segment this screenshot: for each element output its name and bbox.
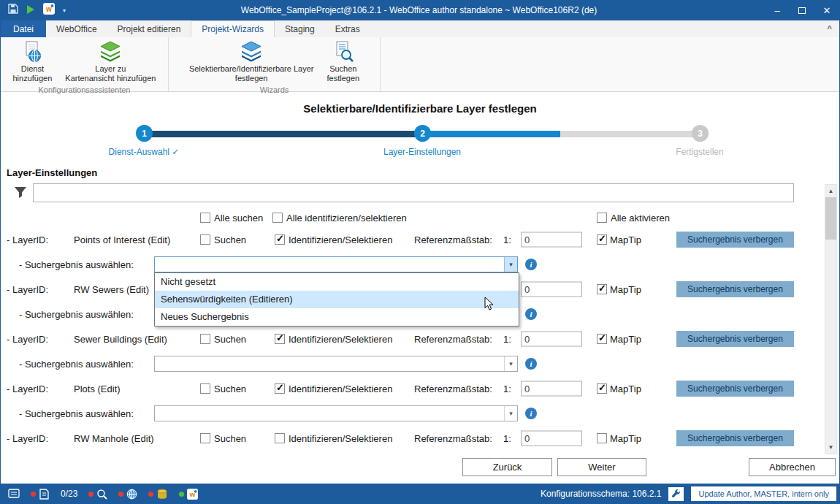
status-counter: 0/23 <box>61 489 77 499</box>
layer-zu-kartenansicht-button[interactable]: Layer zu Kartenansicht hinzufügen <box>60 39 161 85</box>
tab-staging[interactable]: Staging <box>275 20 325 37</box>
log-panel-icon[interactable] <box>8 488 20 500</box>
zurueck-button[interactable]: Zurück <box>462 458 552 476</box>
abbrechen-button[interactable]: Abbrechen <box>749 458 836 476</box>
alle-suchen-checkbox[interactable] <box>200 213 210 223</box>
ratio-label: 1: <box>503 234 511 245</box>
referenzmassstab-input[interactable] <box>521 431 582 446</box>
ribbon-button-label: Suchen festlegen <box>327 64 359 83</box>
tab-extras[interactable]: Extras <box>325 20 370 37</box>
weiter-button[interactable]: Weiter <box>557 458 646 476</box>
suchergebnis-verbergen-button[interactable]: Suchergebnis verbergen <box>676 281 794 297</box>
run-icon[interactable] <box>26 4 35 17</box>
dropdown-option[interactable]: Nicht gesetzt <box>155 273 519 291</box>
identifizieren-checkbox[interactable] <box>275 234 285 245</box>
step-1-circle[interactable]: 1 <box>136 125 153 142</box>
info-icon[interactable]: i <box>525 358 537 370</box>
database-status-icon[interactable] <box>148 489 168 500</box>
save-icon[interactable] <box>8 4 18 17</box>
identifizieren-checkbox[interactable] <box>275 433 285 443</box>
referenzmassstab-label: Referenzmaßstab: <box>414 334 492 345</box>
dropdown-option[interactable]: Neues Suchergebnis <box>155 308 519 326</box>
scrollbar-thumb[interactable] <box>825 197 836 240</box>
vertical-scrollbar[interactable]: ▲ ▼ <box>825 184 837 454</box>
collapse-ribbon-icon[interactable]: ^ <box>828 24 832 33</box>
layer-id-label: - LayerID: <box>7 433 48 444</box>
suchergebnis-auswaehlen-label: - Suchergebnis auswählen: <box>19 359 134 370</box>
status-dot-red <box>118 492 123 497</box>
wizard-footer: Zurück Weiter Abbrechen <box>1 455 839 484</box>
alle-aktivieren-checkbox[interactable] <box>597 213 607 223</box>
identifizieren-checkbox[interactable] <box>275 334 285 344</box>
suchen-checkbox[interactable] <box>200 334 210 344</box>
filter-funnel-icon <box>14 186 27 202</box>
tab-projekt-editieren[interactable]: Projekt editieren <box>107 20 191 37</box>
minimize-button[interactable]: – <box>765 0 790 20</box>
globe-status-icon[interactable] <box>118 489 137 500</box>
maptip-checkbox[interactable] <box>597 433 607 443</box>
suchergebnis-verbergen-button[interactable]: Suchergebnis verbergen <box>676 232 794 248</box>
search-status-icon[interactable] <box>88 489 107 500</box>
referenzmassstab-input[interactable] <box>521 232 582 248</box>
scroll-down-icon[interactable]: ▼ <box>825 441 836 454</box>
suchergebnis-verbergen-button[interactable]: Suchergebnis verbergen <box>676 331 794 347</box>
step-bar-pending <box>560 131 700 137</box>
scroll-up-icon[interactable]: ▲ <box>825 185 836 197</box>
maptip-checkbox[interactable] <box>597 383 607 394</box>
referenzmassstab-input[interactable] <box>521 381 582 397</box>
maximize-button[interactable] <box>790 0 814 20</box>
referenzmassstab-input[interactable] <box>521 332 582 347</box>
chevron-down-icon[interactable]: ▾ <box>504 356 517 371</box>
info-icon[interactable]: i <box>525 408 537 419</box>
maptip-checkbox[interactable] <box>597 284 607 294</box>
identifizieren-label: Identifizieren/Selektieren <box>289 383 392 394</box>
suchergebnis-combobox[interactable]: ▾ <box>154 405 518 421</box>
chevron-down-icon[interactable]: ▾ <box>504 406 517 421</box>
weboffice-status-icon[interactable]: w <box>179 489 198 500</box>
suchen-checkbox[interactable] <box>200 383 210 394</box>
layer-block: - LayerID: Sewer Buildings (Edit) Suchen… <box>1 327 839 376</box>
dienst-hinzufuegen-button[interactable]: Dienst hinzufügen <box>8 39 58 85</box>
step-3-label: Fertigstellen <box>676 147 723 157</box>
identifizieren-checkbox[interactable] <box>275 383 285 394</box>
layer-row: - LayerID: Sewer Buildings (Edit) Suchen… <box>1 327 839 351</box>
suchergebnis-verbergen-button[interactable]: Suchergebnis verbergen <box>676 430 794 446</box>
chevron-down-icon[interactable]: ▾ <box>63 7 66 14</box>
suchergebnis-verbergen-button[interactable]: Suchergebnis verbergen <box>676 381 794 397</box>
maptip-checkbox[interactable] <box>597 334 607 344</box>
layer-id-label: - LayerID: <box>7 234 48 245</box>
layer-id-label: - LayerID: <box>7 284 48 295</box>
chevron-down-icon[interactable]: ▾ <box>504 257 517 272</box>
tab-weboffice[interactable]: WebOffice <box>46 20 107 37</box>
maptip-checkbox[interactable] <box>597 234 607 245</box>
layer-filter-input[interactable] <box>33 183 794 202</box>
section-title: Layer-Einstellungen <box>1 161 839 180</box>
referenzmassstab-input[interactable] <box>521 282 582 297</box>
status-dot-red <box>31 492 36 497</box>
dropdown-option-highlighted[interactable]: Sehenswürdigkeiten (Editieren) <box>155 291 519 308</box>
maptip-label: MapTip <box>610 334 641 345</box>
suchen-checkbox[interactable] <box>200 234 210 245</box>
wizard-steps: 1 2 3 Dienst-Auswahl ✓ Layer-Einstellung… <box>1 115 839 161</box>
update-author-button[interactable]: Update Author, MASTER, intern only <box>691 486 836 501</box>
tab-projekt-wizards[interactable]: Projekt-Wizards <box>191 20 275 37</box>
tab-datei[interactable]: Datei <box>1 20 46 37</box>
step-2-circle[interactable]: 2 <box>414 125 431 142</box>
suchergebnis-combobox[interactable]: ▾ <box>154 356 518 372</box>
quick-access-toolbar: w ▾ <box>1 3 73 18</box>
wrench-icon[interactable] <box>668 487 684 501</box>
suchergebnis-combobox[interactable]: ▾ Nicht gesetzt Sehenswürdigkeiten (Edit… <box>154 256 518 272</box>
project-status-icon[interactable] <box>31 489 50 500</box>
ratio-label: 1: <box>503 334 511 345</box>
maptip-label: MapTip <box>610 433 641 444</box>
layer-block: - LayerID: RW Manhole (Edit) Suchen Iden… <box>1 426 839 451</box>
info-icon[interactable]: i <box>525 308 537 320</box>
alle-identifizieren-label: Alle identifizieren/selektieren <box>286 213 407 224</box>
suchen-festlegen-button[interactable]: Suchen festlegen <box>321 39 364 85</box>
suchen-checkbox[interactable] <box>200 433 210 443</box>
close-button[interactable]: ✕ <box>814 0 839 20</box>
alle-identifizieren-checkbox[interactable] <box>272 213 283 223</box>
info-icon[interactable]: i <box>525 259 537 270</box>
combobox-value <box>155 257 504 272</box>
selektierbare-layer-festlegen-button[interactable]: Selektierbare/Identifizierbare Layer fes… <box>184 39 319 85</box>
